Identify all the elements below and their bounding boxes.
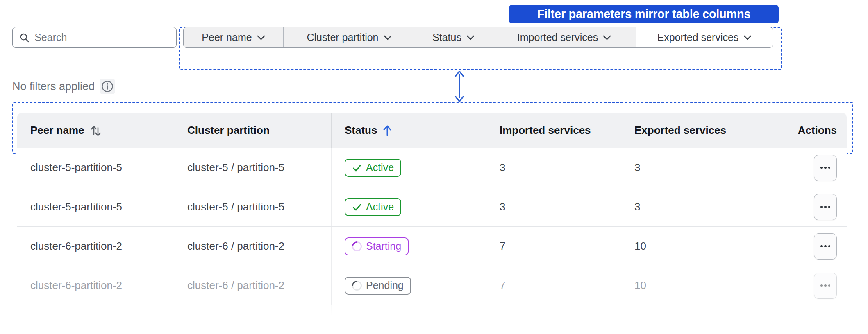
ellipsis-icon	[820, 284, 823, 287]
table-row: cluster-6-partition-2 cluster-6 / partit…	[17, 266, 847, 305]
cell-exported-services: 10	[621, 227, 756, 266]
row-actions-button[interactable]	[814, 233, 837, 260]
status-label: Active	[366, 201, 394, 213]
info-circle-icon	[101, 80, 114, 93]
ellipsis-icon	[820, 245, 823, 248]
info-icon[interactable]	[100, 79, 115, 94]
cell-cluster-partition: cluster-5 / partition-5	[174, 148, 332, 187]
status-badge: Starting	[345, 237, 409, 255]
cell-imported-services: 7	[486, 266, 621, 305]
cell-status: Starting	[332, 227, 486, 266]
status-label: Starting	[366, 240, 401, 252]
spinner-icon	[350, 279, 364, 293]
cell-actions	[756, 148, 847, 187]
sort-up-icon	[383, 124, 392, 137]
chevron-down-icon	[603, 35, 611, 40]
cell-imported-services: 3	[486, 187, 621, 226]
chevron-down-icon	[743, 35, 752, 40]
table-header-row: Peer name Cluster partition Status Impor…	[17, 113, 847, 148]
filter-label: Cluster partition	[307, 32, 378, 43]
cell-peer-name: cluster-6-partition-2	[17, 266, 174, 305]
search-icon	[19, 32, 30, 43]
cell-peer-name: cluster-5-partition-5	[17, 148, 174, 187]
filter-status-line: No filters applied	[12, 79, 115, 94]
status-badge: Pending	[345, 277, 411, 295]
column-header-actions: Actions	[756, 113, 847, 148]
row-actions-button[interactable]	[814, 273, 837, 299]
cell-peer-name: cluster-5-partition-5	[17, 187, 174, 226]
cell-imported-services: 7	[486, 227, 621, 266]
ellipsis-icon	[820, 167, 823, 169]
annotation-callout: Filter parameters mirror table columns	[509, 5, 779, 23]
cell-cluster-partition: cluster-6 / partition-2	[174, 266, 332, 305]
column-label: Imported services	[500, 124, 591, 137]
table-row: cluster-5-partition-5 cluster-5 / partit…	[17, 148, 847, 187]
filter-imported-services[interactable]: Imported services	[492, 27, 636, 47]
peers-table: Peer name Cluster partition Status Impor…	[17, 113, 847, 315]
cell-cluster-partition: cluster-5 / partition-5	[174, 187, 332, 226]
page: Filter parameters mirror table columns P…	[0, 0, 868, 334]
ellipsis-icon	[820, 206, 823, 208]
table-row: cluster-5-partition-5 cluster-5 / partit…	[17, 187, 847, 227]
spinner-icon	[350, 239, 364, 253]
filter-cluster-partition[interactable]: Cluster partition	[284, 27, 415, 47]
status-badge: Active	[345, 198, 401, 216]
cell-imported-services: 3	[486, 148, 621, 187]
status-label: Active	[366, 162, 394, 174]
annotation-callout-label: Filter parameters mirror table columns	[537, 7, 750, 21]
filter-label: Peer name	[202, 32, 252, 43]
cell-status: Active	[332, 148, 486, 187]
table-body: cluster-5-partition-5 cluster-5 / partit…	[17, 148, 847, 305]
status-label: Pending	[366, 280, 404, 291]
column-label: Peer name	[30, 124, 84, 137]
chevron-down-icon	[384, 35, 392, 40]
column-label: Cluster partition	[187, 124, 270, 137]
column-label: Exported services	[634, 124, 726, 137]
cell-exported-services: 3	[621, 187, 756, 226]
cell-exported-services: 3	[621, 148, 756, 187]
column-header-status[interactable]: Status	[332, 113, 486, 148]
cell-actions	[756, 227, 847, 266]
column-header-cluster-partition[interactable]: Cluster partition	[174, 113, 332, 148]
sort-both-icon	[90, 124, 102, 137]
no-filters-text: No filters applied	[12, 80, 95, 93]
filter-label: Exported services	[657, 32, 739, 43]
row-actions-button[interactable]	[814, 155, 837, 181]
filter-exported-services[interactable]: Exported services	[636, 27, 773, 47]
table-row: cluster-6-partition-2 cluster-6 / partit…	[17, 227, 847, 266]
cell-peer-name: cluster-6-partition-2	[17, 227, 174, 266]
double-arrow-icon	[452, 70, 466, 102]
column-label: Status	[345, 124, 377, 137]
search-box[interactable]	[12, 27, 177, 48]
check-icon	[352, 202, 362, 212]
column-header-imported-services[interactable]: Imported services	[486, 113, 621, 148]
filter-status[interactable]: Status	[415, 27, 492, 47]
column-header-peer-name[interactable]: Peer name	[17, 113, 174, 148]
search-input[interactable]	[34, 32, 170, 43]
cell-actions	[756, 266, 847, 305]
filter-bar: Peer name Cluster partition Status Impor…	[183, 27, 773, 48]
chevron-down-icon	[466, 35, 475, 40]
column-label: Actions	[798, 124, 837, 137]
cell-status: Pending	[332, 266, 486, 305]
column-header-exported-services[interactable]: Exported services	[621, 113, 756, 148]
cell-actions	[756, 187, 847, 226]
chevron-down-icon	[257, 35, 265, 40]
cell-exported-services: 10	[621, 266, 756, 305]
cell-cluster-partition: cluster-6 / partition-2	[174, 227, 332, 266]
filter-label: Imported services	[517, 32, 598, 43]
row-actions-button[interactable]	[814, 194, 837, 220]
filter-peer-name[interactable]: Peer name	[184, 27, 284, 47]
cell-status: Active	[332, 187, 486, 226]
table-bottom-fade	[17, 304, 847, 318]
filter-label: Status	[432, 32, 461, 43]
status-badge: Active	[345, 159, 401, 177]
check-icon	[352, 163, 362, 173]
